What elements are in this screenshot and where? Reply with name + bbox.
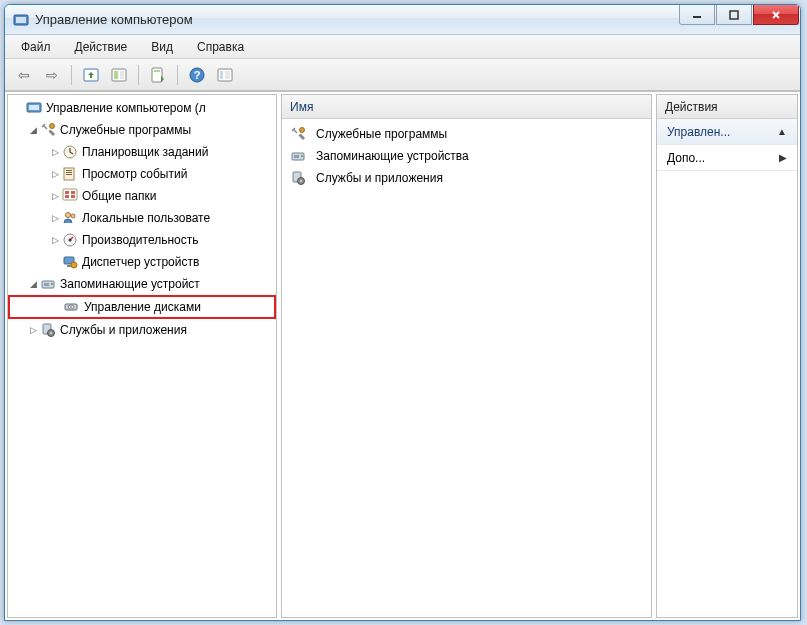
actions-header: Действия xyxy=(657,95,797,119)
svg-rect-20 xyxy=(66,170,72,171)
tree-disk-management[interactable]: Управление дисками xyxy=(8,295,276,319)
list-item-system-tools[interactable]: Служебные программы xyxy=(286,123,647,145)
up-level-button[interactable] xyxy=(78,63,104,87)
expander-collapse-icon[interactable]: ◢ xyxy=(26,125,40,135)
svg-rect-24 xyxy=(65,191,69,194)
tree-label: Просмотр событий xyxy=(82,167,187,181)
list-item-storage[interactable]: Запоминающие устройства xyxy=(286,145,647,167)
maximize-button[interactable] xyxy=(716,5,752,25)
list-item-label: Службы и приложения xyxy=(316,171,443,185)
svg-rect-21 xyxy=(66,172,72,173)
storage-icon xyxy=(290,148,306,164)
svg-rect-13 xyxy=(220,71,223,79)
svg-rect-2 xyxy=(693,16,701,18)
tree-root[interactable]: Управление компьютером (л xyxy=(8,97,276,119)
tree-label: Общие папки xyxy=(82,189,156,203)
svg-rect-9 xyxy=(154,70,160,72)
svg-point-50 xyxy=(300,180,302,182)
nav-forward-button[interactable]: ⇨ xyxy=(39,63,65,87)
menu-view[interactable]: Вид xyxy=(141,37,183,57)
users-icon xyxy=(62,210,78,226)
event-viewer-icon xyxy=(62,166,78,182)
nav-back-button[interactable]: ⇦ xyxy=(11,63,37,87)
expander-expand-icon[interactable]: ▷ xyxy=(48,169,62,179)
tree-event-viewer[interactable]: ▷ Просмотр событий xyxy=(8,163,276,185)
menu-file[interactable]: Файл xyxy=(11,37,61,57)
performance-icon xyxy=(62,232,78,248)
tree-shared-folders[interactable]: ▷ Общие папки xyxy=(8,185,276,207)
minimize-button[interactable] xyxy=(679,5,715,25)
app-icon xyxy=(13,12,29,28)
tree-services-apps[interactable]: ▷ Службы и приложения xyxy=(8,319,276,341)
svg-rect-33 xyxy=(67,265,71,267)
menu-help[interactable]: Справка xyxy=(187,37,254,57)
svg-rect-25 xyxy=(71,191,75,194)
help-button[interactable]: ? xyxy=(184,63,210,87)
actions-title: Действия xyxy=(665,100,718,114)
column-name: Имя xyxy=(290,100,313,114)
svg-point-29 xyxy=(71,214,75,218)
list-item-label: Служебные программы xyxy=(316,127,447,141)
expander-expand-icon[interactable]: ▷ xyxy=(48,147,62,157)
chevron-right-icon: ▶ xyxy=(779,152,787,163)
toolbar-separator xyxy=(71,65,72,85)
window-title: Управление компьютером xyxy=(35,12,193,27)
tree-system-tools[interactable]: ◢ Служебные программы xyxy=(8,119,276,141)
list-item-services[interactable]: Службы и приложения xyxy=(286,167,647,189)
tree-label: Локальные пользовате xyxy=(82,211,210,225)
svg-point-44 xyxy=(300,128,305,133)
svg-rect-16 xyxy=(29,105,39,110)
tree-pane: Управление компьютером (л ◢ Служебные пр… xyxy=(7,94,277,618)
close-button[interactable] xyxy=(753,5,799,25)
svg-rect-37 xyxy=(44,283,49,286)
tree-local-users[interactable]: ▷ Локальные пользовате xyxy=(8,207,276,229)
titlebar: Управление компьютером xyxy=(5,5,800,35)
svg-point-28 xyxy=(66,213,71,218)
svg-point-40 xyxy=(70,306,72,308)
show-hide-button[interactable] xyxy=(106,63,132,87)
expander-expand-icon[interactable]: ▷ xyxy=(26,325,40,335)
clock-icon xyxy=(62,144,78,160)
svg-text:?: ? xyxy=(194,69,201,81)
tree-label: Управление дисками xyxy=(84,300,201,314)
menu-action[interactable]: Действие xyxy=(65,37,138,57)
tree-label: Управление компьютером (л xyxy=(46,101,206,115)
tree-task-scheduler[interactable]: ▷ Планировщик заданий xyxy=(8,141,276,163)
svg-point-17 xyxy=(50,124,55,129)
tools-icon xyxy=(40,122,56,138)
shared-folder-icon xyxy=(62,188,78,204)
svg-point-43 xyxy=(50,332,52,334)
toolbar-separator xyxy=(138,65,139,85)
services-icon xyxy=(290,170,306,186)
tree-storage[interactable]: ◢ Запоминающие устройст xyxy=(8,273,276,295)
action-group[interactable]: Управлен... ▲ xyxy=(657,119,797,145)
svg-rect-23 xyxy=(63,189,77,200)
action-more[interactable]: Допо... ▶ xyxy=(657,145,797,171)
svg-rect-3 xyxy=(730,11,738,19)
list-header[interactable]: Имя xyxy=(282,95,651,119)
properties-button[interactable] xyxy=(145,63,171,87)
expander-expand-icon[interactable]: ▷ xyxy=(48,235,62,245)
refresh-button[interactable] xyxy=(212,63,238,87)
tree-label: Службы и приложения xyxy=(60,323,187,337)
list-pane: Имя Служебные программы Запоминающие уст… xyxy=(281,94,652,618)
svg-rect-47 xyxy=(294,155,299,158)
tree: Управление компьютером (л ◢ Служебные пр… xyxy=(8,95,276,343)
window: Управление компьютером Файл Действие Вид… xyxy=(4,4,801,621)
expander-expand-icon[interactable]: ▷ xyxy=(48,213,62,223)
window-controls xyxy=(679,5,800,25)
svg-point-31 xyxy=(69,239,72,242)
expander-collapse-icon[interactable]: ◢ xyxy=(26,279,40,289)
tree-performance[interactable]: ▷ Производительность xyxy=(8,229,276,251)
services-icon xyxy=(40,322,56,338)
toolbar: ⇦ ⇨ ? xyxy=(5,59,800,91)
svg-rect-6 xyxy=(114,71,118,79)
svg-rect-1 xyxy=(16,17,26,23)
expander-expand-icon[interactable]: ▷ xyxy=(48,191,62,201)
arrow-right-icon: ⇨ xyxy=(46,67,58,83)
svg-point-46 xyxy=(301,155,303,157)
tree-device-manager[interactable]: Диспетчер устройств xyxy=(8,251,276,273)
svg-point-36 xyxy=(51,283,53,285)
tree-label: Служебные программы xyxy=(60,123,191,137)
toolbar-separator xyxy=(177,65,178,85)
